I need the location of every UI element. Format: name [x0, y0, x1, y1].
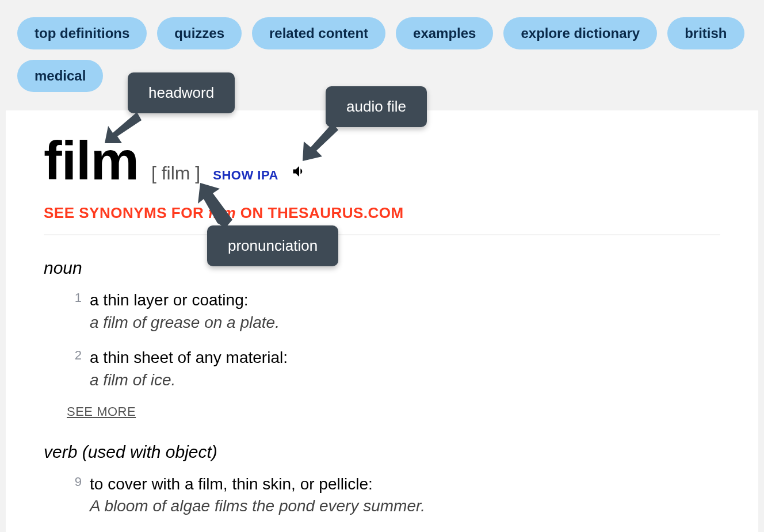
sense-number: 1	[67, 290, 82, 305]
nav-pill-explore[interactable]: explore dictionary	[503, 17, 657, 49]
callout-headword: headword	[128, 72, 235, 113]
callout-pronunciation: pronunciation	[207, 225, 338, 266]
synonyms-word: film	[208, 204, 236, 221]
nav-pill-examples[interactable]: examples	[396, 17, 493, 49]
divider	[44, 235, 720, 235]
sense-row: 2 a thin sheet of any material: a film o…	[67, 347, 720, 389]
nav-pill-quizzes[interactable]: quizzes	[157, 17, 242, 49]
sense-example: A bloom of algae films the pond every su…	[90, 497, 720, 515]
synonyms-suffix: ON THESAURUS.COM	[236, 204, 404, 221]
sense-example: a film of ice.	[90, 371, 720, 389]
nav-pill-related-content[interactable]: related content	[252, 17, 385, 49]
sense-definition: a thin sheet of any material:	[90, 347, 720, 369]
headline-row: film [ film ] SHOW IPA	[44, 133, 720, 188]
pronunciation-text: [ film ]	[151, 163, 200, 184]
sense-example: a film of grease on a plate.	[90, 313, 720, 332]
nav-pill-british[interactable]: british	[667, 17, 744, 49]
sense-number: 2	[67, 348, 82, 363]
noun-senses: 1 a thin layer or coating: a film of gre…	[44, 289, 720, 389]
callout-audio: audio file	[326, 86, 427, 127]
sense-number: 9	[67, 474, 82, 489]
see-more-link[interactable]: SEE MORE	[67, 404, 720, 419]
nav-pill-medical[interactable]: medical	[17, 60, 103, 92]
sense-row: 9 to cover with a film, thin skin, or pe…	[67, 473, 720, 516]
synonyms-link[interactable]: SEE SYNONYMS FOR film ON THESAURUS.COM	[44, 204, 720, 222]
nav-pill-top-definitions[interactable]: top definitions	[17, 17, 147, 49]
pos-noun: noun	[44, 258, 720, 278]
show-ipa-link[interactable]: SHOW IPA	[213, 168, 278, 183]
sense-definition: to cover with a film, thin skin, or pell…	[90, 473, 720, 495]
sense-definition: a thin layer or coating:	[90, 289, 720, 311]
verb-senses: 9 to cover with a film, thin skin, or pe…	[44, 473, 720, 516]
sense-row: 1 a thin layer or coating: a film of gre…	[67, 289, 720, 332]
pos-verb: verb (used with object)	[44, 442, 720, 462]
synonyms-prefix: SEE SYNONYMS FOR	[44, 204, 208, 221]
entry-card: film [ film ] SHOW IPA SEE SYNONYMS FOR …	[6, 110, 758, 532]
audio-icon[interactable]	[291, 163, 307, 179]
headword: film	[44, 133, 139, 188]
